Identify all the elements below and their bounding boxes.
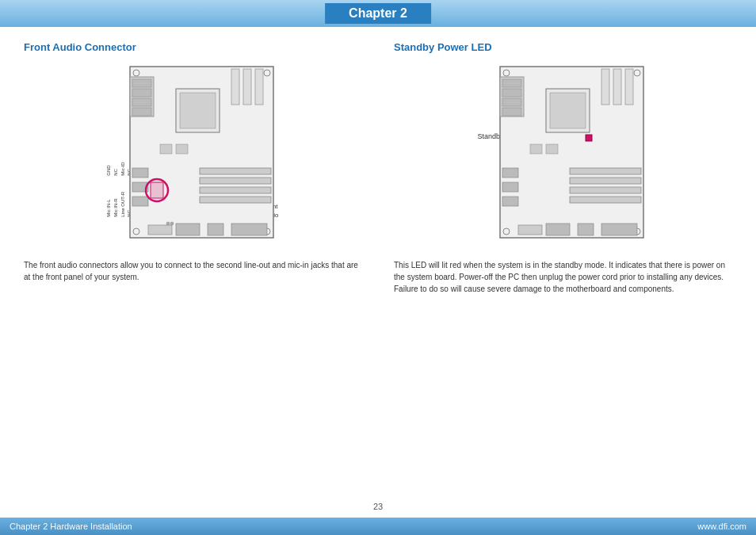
svg-rect-64 <box>518 225 542 235</box>
svg-rect-9 <box>132 89 151 97</box>
svg-rect-13 <box>243 69 251 105</box>
pin-label-micinl: Mic IN-L <box>106 192 113 217</box>
svg-rect-57 <box>502 197 518 206</box>
footer-right-text: www.dfi.com <box>697 522 746 531</box>
svg-rect-42 <box>502 79 521 87</box>
pin-label-micid: Mic-ID <box>120 148 126 176</box>
svg-rect-61 <box>578 224 594 235</box>
motherboard-svg-right <box>498 65 645 239</box>
svg-rect-12 <box>231 69 239 105</box>
svg-rect-20 <box>200 197 271 203</box>
svg-rect-58 <box>530 144 542 154</box>
chapter-title: Chapter 2 <box>325 3 431 24</box>
svg-rect-27 <box>208 224 223 235</box>
svg-rect-28 <box>231 224 267 235</box>
svg-rect-25 <box>176 144 188 154</box>
svg-rect-54 <box>570 197 641 203</box>
standby-diagram: Standby Power LED <box>476 61 651 251</box>
page-footer: Chapter 2 Hardware Installation www.dfi.… <box>0 518 756 535</box>
svg-rect-46 <box>601 69 609 105</box>
svg-rect-62 <box>601 224 637 235</box>
standby-title: Standby Power LED <box>394 41 732 53</box>
svg-rect-45 <box>502 108 521 116</box>
front-audio-title: Front Audio Connector <box>24 41 362 53</box>
svg-rect-52 <box>570 178 641 184</box>
svg-rect-11 <box>132 108 151 116</box>
main-content: Front Audio Connector GND NC Mic-ID NC L… <box>0 27 756 518</box>
pin-label-nc1: NC <box>113 148 119 176</box>
svg-rect-26 <box>176 224 200 235</box>
front-audio-diagram: GND NC Mic-ID NC Line OUT-JD Mic IN-L Mi… <box>106 61 281 251</box>
svg-rect-44 <box>502 98 521 106</box>
pin-label-lineoutr: Line OUT-R <box>120 192 126 217</box>
svg-rect-56 <box>502 182 518 192</box>
svg-rect-24 <box>160 144 172 154</box>
svg-rect-59 <box>546 144 558 154</box>
svg-point-32 <box>170 222 174 225</box>
svg-rect-51 <box>570 168 641 174</box>
svg-rect-60 <box>546 224 570 235</box>
left-column: Front Audio Connector GND NC Mic-ID NC L… <box>24 41 378 510</box>
page-header: Chapter 2 <box>0 0 756 27</box>
svg-rect-10 <box>132 98 151 106</box>
motherboard-svg-left <box>128 65 275 239</box>
svg-rect-19 <box>200 187 271 193</box>
footer-left-text: Chapter 2 Hardware Installation <box>10 522 132 531</box>
svg-rect-43 <box>502 89 521 97</box>
page-number: 23 <box>373 502 383 511</box>
svg-rect-47 <box>613 69 621 105</box>
svg-rect-21 <box>132 168 148 178</box>
pin-label-gnd: GND <box>106 148 113 176</box>
svg-rect-23 <box>132 197 148 206</box>
svg-rect-55 <box>502 168 518 178</box>
right-column: Standby Power LED Standby Power LED <box>378 41 732 510</box>
svg-rect-16 <box>180 93 216 128</box>
svg-rect-8 <box>132 79 151 87</box>
front-audio-description: The front audio connectors allow you to … <box>24 259 362 283</box>
pin-label-micinr: Mic IN-R <box>113 192 119 217</box>
svg-rect-53 <box>570 187 641 193</box>
svg-rect-33 <box>148 225 172 235</box>
svg-rect-50 <box>550 93 586 128</box>
svg-rect-29 <box>151 182 163 198</box>
svg-rect-63 <box>586 135 592 141</box>
svg-rect-17 <box>200 168 271 174</box>
svg-point-31 <box>166 222 170 225</box>
standby-description: This LED will lit red when the system is… <box>394 259 732 295</box>
svg-rect-48 <box>625 69 633 105</box>
svg-rect-18 <box>200 178 271 184</box>
svg-rect-14 <box>255 69 263 105</box>
